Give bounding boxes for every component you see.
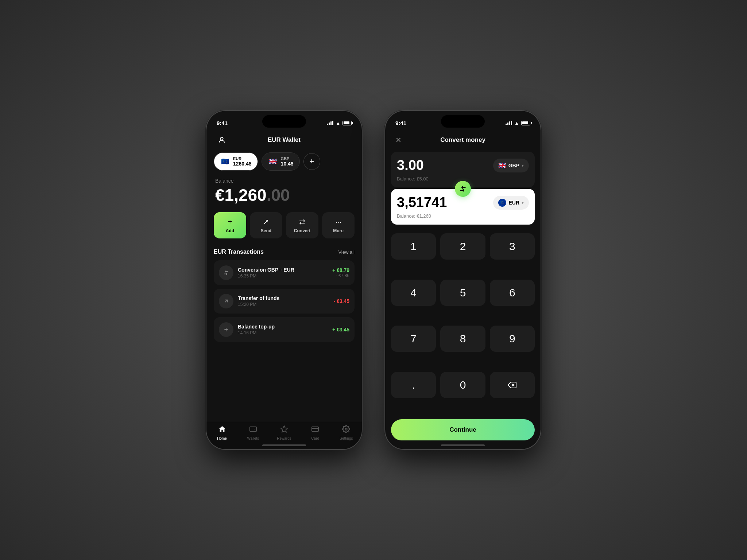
home-indicator-1 (262, 444, 306, 446)
to-balance: Balance: €1,260 (397, 213, 529, 219)
conversion-area: 3.00 🇬🇧 GBP ▾ Balance: £5.00 (385, 152, 541, 226)
more-icon: ··· (335, 218, 341, 226)
phone-1-wallet: 9:41 ▲ (206, 110, 363, 450)
transaction-item[interactable]: Transfer of funds 15:20 PM - €3.45 (214, 289, 355, 314)
eur-selector[interactable]: 🇪🇺 EUR ▾ (493, 196, 529, 210)
tx-send-icon (219, 294, 233, 308)
home-indicator-2 (441, 444, 485, 446)
rewards-icon (280, 425, 288, 435)
wifi-icon-1: ▲ (336, 120, 340, 126)
home-icon (218, 425, 226, 435)
convert-header: ✕ Convert money (385, 131, 541, 152)
to-amount: 3,51741 (397, 195, 447, 210)
continue-button[interactable]: Continue (391, 419, 535, 440)
send-icon: ↗ (263, 217, 269, 226)
eur-chevron-icon: ▾ (522, 200, 524, 205)
key-dot[interactable]: . (391, 372, 436, 398)
convert-content: ✕ Convert money 3.00 🇬🇧 GBP ▾ Balance: (385, 111, 541, 449)
screen-1: 9:41 ▲ (206, 111, 362, 449)
balance-amount: €1,260.00 (215, 185, 353, 205)
nav-wallets[interactable]: Wallets (237, 425, 268, 440)
key-6[interactable]: 6 (490, 280, 535, 306)
battery-icon-1 (342, 121, 352, 125)
wallets-icon (249, 425, 257, 435)
status-time-2: 9:41 (395, 120, 406, 126)
nav-card[interactable]: Card (300, 425, 331, 440)
battery-icon-2 (521, 121, 530, 125)
add-icon: + (228, 218, 232, 226)
transactions-section: EUR Transactions View all Conversion GBP… (206, 249, 362, 422)
wallet-title: EUR Wallet (268, 136, 301, 144)
transactions-title: EUR Transactions (214, 249, 264, 255)
profile-icon[interactable] (215, 133, 228, 147)
status-time-1: 9:41 (217, 120, 228, 126)
send-button[interactable]: ↗ Send (250, 212, 282, 238)
balance-label: Balance (215, 178, 353, 184)
svg-rect-6 (312, 427, 318, 432)
key-0[interactable]: 0 (440, 372, 485, 398)
svg-point-8 (345, 428, 348, 430)
action-buttons: + Add ↗ Send ⇄ Convert ··· More (206, 212, 362, 238)
wallet-header: EUR Wallet (206, 131, 362, 152)
key-3[interactable]: 3 (490, 233, 535, 260)
eur-amount: 1260.48 (233, 161, 252, 167)
key-2[interactable]: 2 (440, 233, 485, 260)
transactions-header: EUR Transactions View all (214, 249, 355, 255)
more-button[interactable]: ··· More (322, 212, 355, 238)
eur-pill[interactable]: 🇪🇺 EUR 1260.48 (214, 152, 258, 171)
key-4[interactable]: 4 (391, 280, 436, 306)
numpad: 1 2 3 4 5 6 7 8 9 . 0 (385, 226, 541, 419)
screen-2: 9:41 ▲ ✕ Convert money (385, 111, 541, 449)
eur-flag: 🇪🇺 (220, 156, 230, 167)
settings-icon (342, 425, 350, 435)
svg-point-0 (220, 137, 223, 140)
chevron-down-icon: ▾ (522, 163, 524, 168)
dynamic-island-2 (441, 115, 485, 128)
add-currency-button[interactable]: + (303, 153, 320, 170)
gbp-pill[interactable]: 🇬🇧 GBP 10.48 (262, 152, 300, 171)
nav-settings[interactable]: Settings (331, 425, 362, 440)
status-icons-1: ▲ (327, 120, 352, 126)
svg-line-1 (225, 300, 228, 303)
nav-rewards[interactable]: Rewards (268, 425, 299, 440)
balance-section: Balance €1,260.00 (206, 178, 362, 212)
backspace-button[interactable] (490, 372, 535, 398)
key-9[interactable]: 9 (490, 326, 535, 352)
tx-convert-icon (219, 265, 233, 280)
eur-code: EUR (233, 156, 252, 161)
add-button[interactable]: + Add (214, 212, 246, 238)
nav-home[interactable]: Home (206, 425, 237, 440)
gbp-selector[interactable]: 🇬🇧 GBP ▾ (493, 159, 529, 172)
card-nav-icon (311, 425, 319, 435)
wifi-icon-2: ▲ (514, 120, 519, 126)
transaction-item[interactable]: Conversion GBP→EUR 16:35 PM + €8.79 - £7… (214, 260, 355, 285)
gbp-flag: 🇬🇧 (268, 156, 278, 167)
wallet-content: EUR Wallet 🇪🇺 EUR 1260.48 🇬🇧 GBP 10.4 (206, 111, 362, 449)
key-1[interactable]: 1 (391, 233, 436, 260)
tx-topup-icon (219, 322, 233, 337)
svg-marker-5 (281, 426, 287, 432)
convert-title: Convert money (440, 136, 485, 144)
swap-button[interactable] (455, 181, 471, 197)
signal-icon-2 (506, 121, 512, 125)
view-all-link[interactable]: View all (338, 249, 355, 255)
close-button[interactable]: ✕ (392, 134, 404, 146)
signal-icon-1 (327, 121, 333, 125)
phone-2-convert: 9:41 ▲ ✕ Convert money (384, 110, 541, 450)
svg-rect-4 (250, 427, 256, 432)
transaction-item[interactable]: Balance top-up 14:16 PM + €3.45 (214, 317, 355, 342)
convert-button[interactable]: ⇄ Convert (286, 212, 318, 238)
status-icons-2: ▲ (506, 120, 530, 126)
key-8[interactable]: 8 (440, 326, 485, 352)
from-amount: 3.00 (397, 158, 424, 173)
currency-pills: 🇪🇺 EUR 1260.48 🇬🇧 GBP 10.48 + (206, 152, 362, 171)
key-5[interactable]: 5 (440, 280, 485, 306)
dynamic-island-1 (262, 115, 306, 128)
key-7[interactable]: 7 (391, 326, 436, 352)
convert-icon: ⇄ (299, 217, 305, 226)
